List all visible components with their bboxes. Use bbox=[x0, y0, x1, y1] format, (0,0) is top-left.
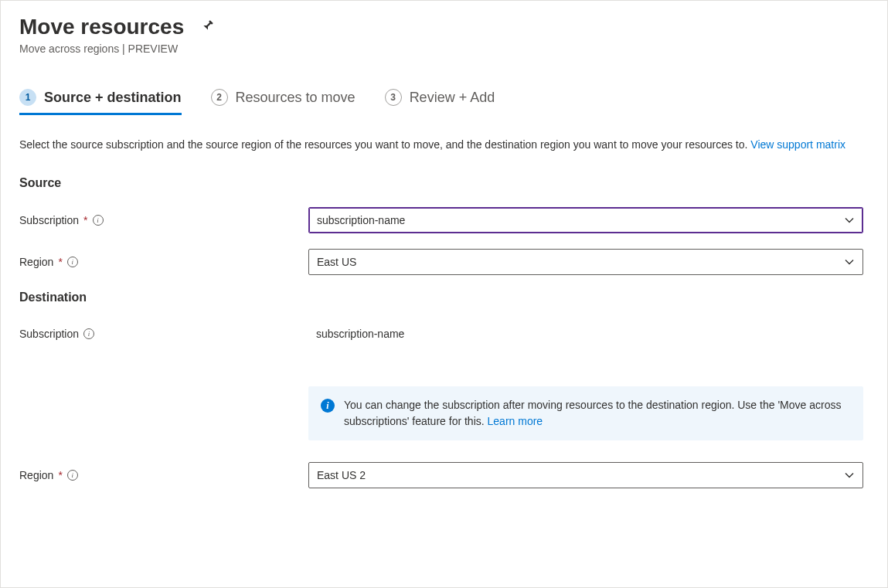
chevron-down-icon bbox=[844, 215, 855, 226]
required-indicator: * bbox=[83, 214, 87, 226]
source-subscription-row: Subscription * i subscription-name bbox=[19, 207, 869, 233]
learn-more-link[interactable]: Learn more bbox=[488, 415, 543, 427]
view-support-matrix-link[interactable]: View support matrix bbox=[750, 138, 845, 151]
source-subscription-dropdown[interactable]: subscription-name bbox=[308, 207, 863, 233]
description-body: Select the source subscription and the s… bbox=[19, 138, 750, 151]
info-box: i You can change the subscription after … bbox=[308, 386, 863, 440]
source-heading: Source bbox=[19, 176, 869, 190]
destination-heading: Destination bbox=[19, 291, 869, 304]
info-icon[interactable]: i bbox=[93, 215, 104, 226]
label-text: Subscription bbox=[19, 328, 79, 340]
destination-subscription-value: subscription-name bbox=[308, 325, 863, 343]
destination-subscription-row: Subscription i subscription-name bbox=[19, 325, 869, 343]
info-box-text: You can change the subscription after mo… bbox=[344, 397, 851, 430]
info-box-body: You can change the subscription after mo… bbox=[344, 399, 841, 427]
tab-label: Source + destination bbox=[44, 90, 182, 106]
label-text: Region bbox=[19, 256, 53, 268]
destination-region-dropdown[interactable]: East US 2 bbox=[308, 462, 863, 488]
info-icon[interactable]: i bbox=[83, 328, 94, 339]
source-region-row: Region * i East US bbox=[19, 249, 869, 275]
tab-number: 2 bbox=[211, 89, 228, 106]
chevron-down-icon bbox=[844, 257, 855, 267]
description-text: Select the source subscription and the s… bbox=[19, 137, 869, 153]
destination-subscription-label: Subscription i bbox=[19, 328, 308, 340]
destination-region-row: Region * i East US 2 bbox=[19, 462, 869, 488]
tab-source-destination[interactable]: 1 Source + destination bbox=[19, 89, 182, 115]
pin-icon[interactable] bbox=[201, 19, 215, 36]
tab-label: Resources to move bbox=[236, 90, 356, 106]
info-icon[interactable]: i bbox=[67, 470, 78, 481]
source-region-label: Region * i bbox=[19, 256, 308, 268]
tab-label: Review + Add bbox=[410, 90, 495, 106]
tab-resources-to-move[interactable]: 2 Resources to move bbox=[211, 89, 356, 115]
required-indicator: * bbox=[58, 469, 62, 481]
dropdown-value: East US bbox=[317, 256, 356, 268]
label-text: Region bbox=[19, 469, 53, 481]
required-indicator: * bbox=[58, 256, 62, 268]
label-text: Subscription bbox=[19, 214, 79, 226]
page-title: Move resources bbox=[19, 15, 184, 39]
dropdown-value: subscription-name bbox=[317, 214, 405, 226]
dropdown-value: East US 2 bbox=[317, 469, 366, 481]
header-row: Move resources bbox=[19, 15, 869, 39]
info-icon[interactable]: i bbox=[67, 257, 78, 267]
source-subscription-label: Subscription * i bbox=[19, 214, 308, 226]
chevron-down-icon bbox=[844, 470, 855, 481]
page-subtitle: Move across regions | PREVIEW bbox=[19, 42, 869, 55]
info-icon: i bbox=[321, 399, 335, 413]
tab-number: 3 bbox=[385, 89, 402, 106]
info-box-row: i You can change the subscription after … bbox=[19, 359, 869, 462]
destination-region-label: Region * i bbox=[19, 469, 308, 481]
source-region-dropdown[interactable]: East US bbox=[308, 249, 863, 275]
tab-review-add[interactable]: 3 Review + Add bbox=[385, 89, 495, 115]
tab-number: 1 bbox=[19, 89, 36, 106]
wizard-tabs: 1 Source + destination 2 Resources to mo… bbox=[19, 89, 869, 115]
move-resources-page: Move resources Move across regions | PRE… bbox=[0, 0, 888, 588]
